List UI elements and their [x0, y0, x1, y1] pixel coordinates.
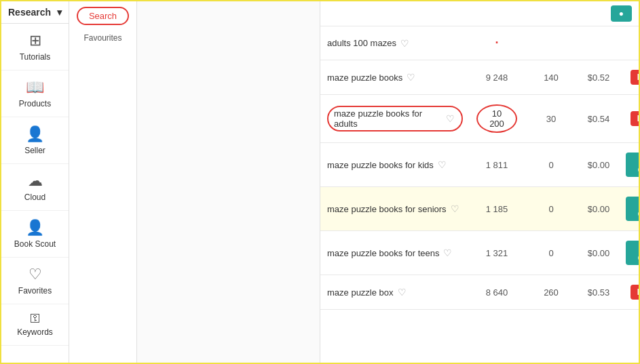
products-icon: 📖: [26, 79, 44, 96]
table-row: maze puzzle books ♡ 9 248 140 $0.52 High: [320, 60, 639, 95]
keyword-text: maze puzzle books for kids: [327, 160, 434, 170]
keywords-label: Keywords: [17, 327, 53, 337]
price-cell: $0.00: [578, 143, 619, 187]
keyword-row: maze puzzle books for teens ♡: [327, 247, 463, 258]
volume-cell: 9 248: [470, 60, 524, 95]
heart-icon[interactable]: ♡: [400, 38, 409, 49]
sidebar-item-book-scout[interactable]: 👤 Book Scout: [1, 211, 69, 258]
badge-cell: High: [619, 95, 639, 143]
keyword-text: maze puzzle books: [327, 73, 402, 83]
monthly-cell: 140: [524, 60, 578, 95]
table-row: maze puzzle books for kids ♡ 1 811 0 $0.…: [320, 143, 639, 187]
keyword-text: maze puzzle books for teens: [327, 248, 439, 258]
sidebar-item-products[interactable]: 📖 Products: [1, 70, 69, 117]
research-header[interactable]: Research ▾: [1, 1, 69, 24]
badge-cell: No data: [619, 231, 639, 275]
favorites-label: Favorites: [18, 286, 52, 296]
price-cell: $0.00: [578, 231, 619, 275]
nodata-badge: No data: [626, 197, 639, 221]
sidebar-item-favorites[interactable]: ♡ Favorites: [1, 258, 69, 304]
sidebar-item-cloud[interactable]: ☁ Cloud: [1, 164, 69, 211]
sidebar: Research ▾ ⊞ Tutorials 📖 Products 👤 Sell…: [1, 1, 69, 363]
volume-cell: 8 640: [470, 275, 524, 310]
price-cell: $0.00: [578, 187, 619, 231]
sidebar-item-tutorials[interactable]: ⊞ Tutorials: [1, 24, 69, 70]
keyword-row: maze puzzle books for kids ♡: [327, 159, 463, 170]
volume-cell: 1 321: [470, 231, 524, 275]
favorites-icon: ♡: [29, 266, 42, 283]
book-scout-icon: 👤: [26, 219, 44, 237]
keyword-cell: maze puzzle books for seniors ♡: [320, 187, 470, 231]
tutorials-label: Tutorials: [20, 52, 51, 62]
high-badge: High: [630, 70, 639, 85]
monthly-cell: [524, 26, 578, 60]
price-cell: [578, 26, 619, 60]
table-row: maze puzzle box ♡ 8 640 260 $0.53 High: [320, 275, 639, 310]
monthly-cell: 260: [524, 275, 578, 310]
price-cell: $0.54: [578, 95, 619, 143]
table-row: maze puzzle books for adults ♡ 10 200 30…: [320, 95, 639, 143]
badge-cell: High: [619, 60, 639, 95]
badge-cell: [619, 26, 639, 60]
sidebar-item-keywords[interactable]: ⚿ Keywords: [1, 304, 69, 346]
keyword-oval-highlight: maze puzzle books for adults ♡: [327, 106, 463, 132]
keyword-text: maze puzzle books for adults: [334, 108, 442, 129]
research-label: Research: [8, 7, 51, 18]
keyword-row: maze puzzle box ♡: [327, 287, 463, 298]
monthly-cell: 0: [524, 143, 578, 187]
search-panel: Search Favourites: [69, 1, 137, 363]
favourites-label[interactable]: Favourites: [83, 33, 121, 43]
seller-icon: 👤: [26, 125, 44, 143]
dot-cell: ·: [470, 26, 524, 60]
heart-icon[interactable]: ♡: [443, 247, 452, 258]
nodata-badge: No data: [626, 153, 639, 177]
keyword-cell: adults 100 mazes ♡: [320, 26, 470, 60]
keyword-text: maze puzzle books for seniors: [327, 204, 447, 214]
heart-icon[interactable]: ♡: [446, 113, 455, 124]
keywords-icon: ⚿: [30, 312, 41, 325]
products-label: Products: [19, 99, 51, 108]
heart-icon[interactable]: ♡: [438, 159, 447, 170]
top-action-button[interactable]: ●: [611, 5, 632, 22]
cloud-label: Cloud: [24, 193, 45, 202]
keyword-row: adults 100 mazes ♡: [327, 38, 463, 49]
keyword-text: adults 100 mazes: [327, 38, 396, 48]
main-content: ● adults 100 mazes ♡ ·: [320, 1, 639, 363]
keyword-cell: maze puzzle box ♡: [320, 275, 470, 310]
badge-cell: No data: [619, 143, 639, 187]
search-button[interactable]: Search: [77, 7, 129, 25]
keyword-row: maze puzzle books for seniors ♡: [327, 203, 463, 214]
table-row-seniors: maze puzzle books for seniors ♡ 1 185 0 …: [320, 187, 639, 231]
badge-cell: High: [619, 275, 639, 310]
keyword-cell: maze puzzle books for kids ♡: [320, 143, 470, 187]
app-container: Research ▾ ⊞ Tutorials 📖 Products 👤 Sell…: [0, 0, 640, 364]
top-action-area: ●: [320, 1, 639, 26]
price-cell: $0.52: [578, 60, 619, 95]
monthly-cell: 0: [524, 231, 578, 275]
high-badge: High: [630, 285, 639, 300]
monthly-cell: 30: [524, 95, 578, 143]
keywords-table: adults 100 mazes ♡ · maze puzzle books: [320, 26, 639, 310]
tutorials-icon: ⊞: [29, 32, 41, 49]
nodata-badge: No data: [626, 241, 639, 265]
volume-cell: 1 185: [470, 187, 524, 231]
sidebar-item-seller[interactable]: 👤 Seller: [1, 117, 69, 164]
volume-cell: 1 811: [470, 143, 524, 187]
spacer-panel: [137, 1, 320, 363]
table-row: maze puzzle books for teens ♡ 1 321 0 $0…: [320, 231, 639, 275]
high-badge: High: [630, 111, 639, 126]
keyword-text: maze puzzle box: [327, 287, 394, 298]
volume-oval-highlight: 10 200: [476, 104, 517, 133]
heart-icon[interactable]: ♡: [407, 72, 415, 83]
keyword-row: maze puzzle books ♡: [327, 72, 463, 83]
heart-icon[interactable]: ♡: [451, 203, 459, 214]
heart-icon[interactable]: ♡: [398, 287, 407, 298]
dropdown-icon: ▾: [57, 7, 62, 18]
keyword-cell: maze puzzle books ♡: [320, 60, 470, 95]
volume-cell: 10 200: [470, 95, 524, 143]
cloud-icon: ☁: [28, 172, 43, 190]
table-row: adults 100 mazes ♡ ·: [320, 26, 639, 60]
seller-label: Seller: [24, 146, 45, 155]
keyword-cell: maze puzzle books for teens ♡: [320, 231, 470, 275]
badge-cell: No data: [619, 187, 639, 231]
